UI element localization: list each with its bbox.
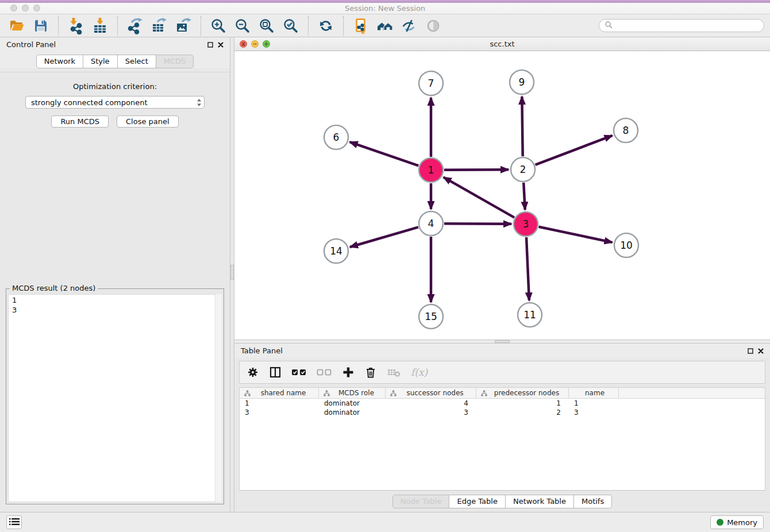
tab-network-table[interactable]: Network Table (506, 495, 574, 508)
close-network-icon[interactable]: x (240, 40, 247, 48)
deselect-all-columns-icon[interactable] (317, 368, 332, 377)
import-table-icon[interactable] (89, 16, 111, 36)
close-table-panel-icon[interactable] (758, 348, 764, 354)
svg-text:8: 8 (623, 125, 629, 136)
table-row[interactable]: 1dominator411 (240, 399, 765, 408)
table-cell[interactable]: 3 (240, 408, 319, 417)
table-cell[interactable]: 1 (476, 399, 569, 407)
network-canvas[interactable]: 1234678910111415 (234, 51, 770, 340)
table-cell[interactable]: 3 (386, 408, 476, 417)
tab-style[interactable]: Style (83, 55, 118, 68)
graph-node-1[interactable]: 1 (419, 158, 443, 182)
new-network-from-selection-icon[interactable] (350, 16, 372, 36)
search-input[interactable] (615, 22, 759, 30)
memory-button[interactable]: Memory (710, 515, 764, 529)
svg-text:6: 6 (333, 132, 340, 143)
zoom-selected-icon[interactable] (280, 16, 302, 36)
window-title: Session: New Session (0, 4, 770, 13)
table-cell[interactable]: dominator (319, 399, 386, 407)
column-type-icon (390, 390, 396, 396)
graph-node-10[interactable]: 10 (614, 233, 638, 257)
tab-motifs[interactable]: Motifs (574, 495, 612, 508)
search-field[interactable] (599, 19, 764, 32)
graph-edge-2-3[interactable] (523, 183, 525, 210)
result-scrollbar[interactable] (215, 294, 222, 502)
close-panel-button[interactable]: Close panel (117, 115, 179, 128)
tab-node-table[interactable]: Node Table (392, 495, 450, 508)
minimize-network-icon[interactable]: − (251, 40, 259, 48)
graph-edge-4-3[interactable] (444, 223, 511, 224)
graph-node-9[interactable]: 9 (510, 70, 534, 94)
select-all-columns-icon[interactable] (291, 368, 307, 377)
add-column-icon[interactable] (342, 366, 355, 379)
column-header-predecessor-nodes[interactable]: predecessor nodes (476, 388, 569, 398)
export-image-icon[interactable] (172, 16, 194, 36)
network-view-window: x − + scc.txt 1234678910111415 (234, 37, 770, 340)
open-session-icon[interactable] (6, 16, 28, 36)
graph-node-3[interactable]: 3 (514, 212, 538, 236)
split-handle-horizontal[interactable] (495, 340, 510, 343)
graph-node-14[interactable]: 14 (324, 239, 348, 263)
zoom-in-icon[interactable] (207, 16, 229, 36)
graph-node-15[interactable]: 15 (419, 304, 443, 329)
graph-edge-3-11[interactable] (526, 237, 529, 300)
optimization-select[interactable]: strongly connected component (25, 96, 205, 109)
column-type-icon (324, 390, 330, 396)
column-label: predecessor nodes (487, 389, 566, 397)
export-network-icon[interactable] (124, 16, 146, 36)
graph-edge-3-10[interactable] (539, 227, 613, 242)
float-table-panel-icon[interactable] (748, 348, 753, 354)
table-cell[interactable]: 1 (240, 399, 319, 407)
graph-edge-4-14[interactable] (350, 227, 418, 247)
task-history-button[interactable] (6, 515, 22, 529)
tab-mcds[interactable]: MCDS (156, 55, 194, 68)
delete-column-icon[interactable] (364, 366, 377, 379)
run-mcds-button[interactable]: Run MCDS (51, 115, 109, 128)
graph-edge-3-1[interactable] (444, 177, 514, 217)
table-cell[interactable]: 4 (386, 399, 476, 407)
table-cell[interactable]: dominator (319, 408, 386, 417)
first-neighbors-icon[interactable] (374, 16, 396, 36)
table-row[interactable]: 3dominator323 (240, 408, 765, 417)
save-session-icon[interactable] (30, 16, 52, 36)
vertical-split-divider[interactable] (230, 37, 234, 512)
control-panel-title: Control Panel (6, 40, 56, 49)
import-network-icon[interactable] (65, 16, 87, 36)
zoom-out-icon[interactable] (232, 16, 253, 36)
table-cell[interactable]: 2 (476, 408, 569, 417)
column-view-icon[interactable] (269, 366, 282, 379)
graph-node-8[interactable]: 8 (614, 118, 638, 142)
zoom-fit-icon[interactable] (256, 16, 278, 36)
graph-node-7[interactable]: 7 (419, 71, 443, 95)
graph-node-11[interactable]: 11 (518, 303, 542, 327)
minimize-window-icon[interactable] (22, 5, 29, 11)
tab-select[interactable]: Select (118, 55, 156, 68)
graph-node-2[interactable]: 2 (511, 157, 535, 182)
export-table-icon[interactable] (148, 16, 170, 36)
zoom-window-icon[interactable] (33, 5, 40, 11)
split-handle[interactable] (230, 265, 234, 280)
apply-layout-icon[interactable] (315, 16, 337, 36)
close-window-icon[interactable] (10, 5, 17, 11)
graph-edge-1-6[interactable] (350, 142, 419, 165)
column-header-successor-nodes[interactable]: successor nodes (386, 388, 476, 398)
tab-edge-table[interactable]: Edge Table (449, 495, 505, 508)
mcds-result-text[interactable]: 1 3 (8, 294, 222, 502)
column-header-shared-name[interactable]: shared name (240, 388, 319, 398)
tab-network[interactable]: Network (36, 55, 83, 68)
graph-edge-2-9[interactable] (522, 97, 522, 156)
settings-gear-icon[interactable] (247, 366, 259, 379)
graph-edge-2-8[interactable] (536, 136, 613, 165)
table-cell[interactable]: 1 (569, 399, 619, 407)
float-panel-icon[interactable] (207, 42, 213, 48)
maximize-network-icon[interactable]: + (263, 40, 270, 48)
graph-node-4[interactable]: 4 (419, 211, 443, 236)
column-header-name[interactable]: name (569, 388, 619, 398)
graph-node-6[interactable]: 6 (324, 125, 348, 149)
hide-selected-icon[interactable] (398, 16, 420, 36)
table-cell[interactable]: 3 (569, 408, 619, 417)
close-panel-icon[interactable] (218, 42, 224, 48)
graph-edge-1-2[interactable] (444, 169, 509, 170)
column-header-mcds-role[interactable]: MCDS role (319, 388, 386, 398)
horizontal-split-divider[interactable] (234, 340, 770, 344)
